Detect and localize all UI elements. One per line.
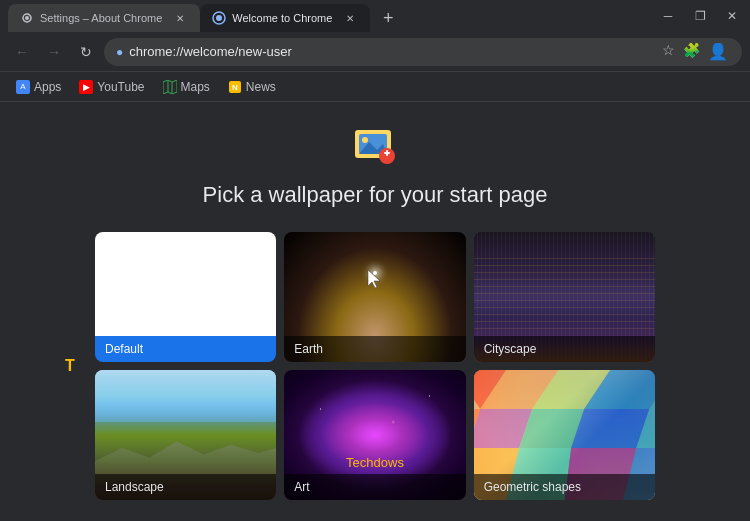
svg-rect-15 bbox=[386, 150, 388, 156]
art-label: Art bbox=[284, 474, 465, 500]
bookmark-maps[interactable]: Maps bbox=[155, 75, 218, 99]
address-text: chrome://welcome/new-user bbox=[129, 44, 654, 59]
bookmark-maps-label: Maps bbox=[181, 80, 210, 94]
wallpaper-card-geometric[interactable]: Geometric shapes bbox=[474, 370, 655, 500]
cursor-overlay bbox=[366, 268, 384, 294]
wallpaper-cityscape-image: Cityscape bbox=[474, 232, 655, 362]
svg-point-3 bbox=[216, 15, 222, 21]
tab-settings[interactable]: Settings – About Chrome ✕ bbox=[8, 4, 200, 32]
tab-settings-close[interactable]: ✕ bbox=[172, 10, 188, 26]
bookmark-youtube-label: YouTube bbox=[97, 80, 144, 94]
svg-marker-4 bbox=[163, 80, 177, 94]
bookmark-apps[interactable]: A Apps bbox=[8, 75, 69, 99]
tab-welcome-close[interactable]: ✕ bbox=[342, 10, 358, 26]
wallpaper-card-default[interactable]: Default bbox=[95, 232, 276, 362]
page-title: Pick a wallpaper for your start page bbox=[203, 182, 548, 208]
profile-icon[interactable]: 👤 bbox=[706, 40, 730, 63]
wallpaper-grid: Techdows T Default Earth bbox=[95, 232, 655, 500]
reload-icon: ↻ bbox=[80, 44, 92, 60]
maps-favicon bbox=[163, 80, 177, 94]
wallpaper-card-earth[interactable]: Earth bbox=[284, 232, 465, 362]
wallpaper-landscape-image: Landscape bbox=[95, 370, 276, 500]
bookmark-star-icon[interactable]: ☆ bbox=[660, 40, 677, 63]
svg-point-11 bbox=[362, 137, 368, 143]
forward-icon: → bbox=[47, 44, 61, 60]
youtube-favicon: ▶ bbox=[79, 80, 93, 94]
wallpaper-card-cityscape[interactable]: Cityscape bbox=[474, 232, 655, 362]
wallpaper-art-image: Art bbox=[284, 370, 465, 500]
default-thumb bbox=[95, 232, 276, 336]
techdows-watermark: Techdows bbox=[346, 455, 404, 470]
bookmark-apps-label: Apps bbox=[34, 80, 61, 94]
main-content: Pick a wallpaper for your start page Tec… bbox=[0, 102, 750, 521]
title-bar: Settings – About Chrome ✕ Welcome to Chr… bbox=[0, 0, 750, 32]
bookmark-news[interactable]: N News bbox=[220, 75, 284, 99]
close-button[interactable]: ✕ bbox=[722, 9, 742, 23]
tabs-area: Settings – About Chrome ✕ Welcome to Chr… bbox=[8, 0, 658, 32]
earth-label: Earth bbox=[284, 336, 465, 362]
wallpaper-card-art[interactable]: Art bbox=[284, 370, 465, 500]
wallpaper-default-image: Default bbox=[95, 232, 276, 362]
address-actions: ☆ 🧩 👤 bbox=[660, 40, 730, 63]
bookmark-youtube[interactable]: ▶ YouTube bbox=[71, 75, 152, 99]
window-controls: ─ ❐ ✕ bbox=[658, 9, 742, 23]
geometric-label: Geometric shapes bbox=[474, 474, 655, 500]
landscape-label: Landscape bbox=[95, 474, 276, 500]
settings-tab-icon bbox=[20, 11, 34, 25]
address-bar[interactable]: ● chrome://welcome/new-user ☆ 🧩 👤 bbox=[104, 38, 742, 66]
apps-favicon: A bbox=[16, 80, 30, 94]
minimize-button[interactable]: ─ bbox=[658, 9, 678, 23]
wallpaper-earth-image: Earth bbox=[284, 232, 465, 362]
secure-icon: ● bbox=[116, 45, 123, 59]
extensions-icon[interactable]: 🧩 bbox=[681, 40, 702, 63]
cityscape-label: Cityscape bbox=[474, 336, 655, 362]
tab-settings-label: Settings – About Chrome bbox=[40, 12, 162, 24]
news-favicon: N bbox=[228, 80, 242, 94]
wallpaper-geometric-image: Geometric shapes bbox=[474, 370, 655, 500]
new-tab-button[interactable]: + bbox=[374, 4, 402, 32]
tab-welcome-label: Welcome to Chrome bbox=[232, 12, 332, 24]
back-button[interactable]: ← bbox=[8, 38, 36, 66]
svg-point-1 bbox=[25, 16, 29, 20]
bookmark-news-label: News bbox=[246, 80, 276, 94]
bookmarks-bar: A Apps ▶ YouTube Maps N News bbox=[0, 72, 750, 102]
reload-button[interactable]: ↻ bbox=[72, 38, 100, 66]
nav-bar: ← → ↻ ● chrome://welcome/new-user ☆ 🧩 👤 bbox=[0, 32, 750, 72]
svg-marker-23 bbox=[571, 409, 649, 448]
default-label: Default bbox=[95, 336, 276, 362]
welcome-tab-icon bbox=[212, 11, 226, 25]
svg-text:N: N bbox=[232, 83, 238, 92]
wallpaper-card-landscape[interactable]: Landscape bbox=[95, 370, 276, 500]
tab-welcome[interactable]: Welcome to Chrome ✕ bbox=[200, 4, 370, 32]
wallpaper-header-icon bbox=[351, 122, 399, 170]
restore-button[interactable]: ❐ bbox=[690, 9, 710, 23]
t-watermark: T bbox=[65, 357, 75, 375]
back-icon: ← bbox=[15, 44, 29, 60]
forward-button[interactable]: → bbox=[40, 38, 68, 66]
